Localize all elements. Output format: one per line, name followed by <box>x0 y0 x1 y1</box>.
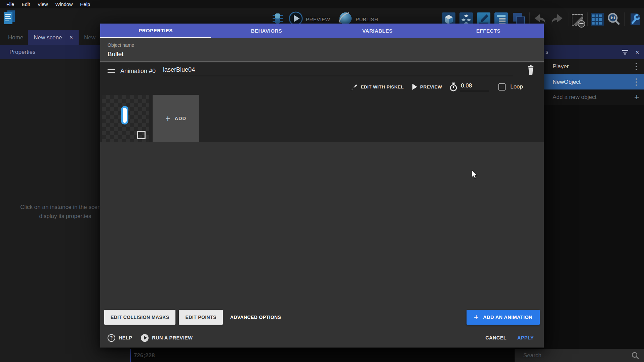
project-settings-wrench-icon[interactable] <box>628 12 642 26</box>
tab-home[interactable]: Home <box>3 30 28 45</box>
grid-icon[interactable] <box>591 13 604 26</box>
cursor-coordinates: 726;228 <box>134 352 155 359</box>
brush-icon <box>350 83 358 91</box>
dialog-tab-behaviors[interactable]: BEHAVIORS <box>211 24 322 38</box>
frame-thumbnail[interactable] <box>102 95 149 142</box>
dialog-tab-effects[interactable]: EFFECTS <box>433 24 544 38</box>
run-a-preview-button[interactable]: RUN A PREVIEW <box>141 334 193 342</box>
object-row-player[interactable]: Player <box>544 59 644 74</box>
plus-icon: + <box>165 114 170 123</box>
object-menu-icon[interactable] <box>633 77 639 86</box>
tab-next[interactable]: New <box>79 30 95 45</box>
menu-help[interactable]: Help <box>76 2 94 7</box>
stopwatch-icon <box>449 82 457 92</box>
menu-bar: File Edit View Window Help <box>0 0 644 8</box>
time-between-frames: 0.08 <box>449 82 489 92</box>
animation-title: Animation #0 <box>120 68 156 75</box>
objects-panel-header: s × <box>544 45 644 59</box>
publish-label: PUBLISH <box>356 16 378 22</box>
run-preview-icon <box>141 334 149 342</box>
advanced-options-button[interactable]: ADVANCED OPTIONS <box>226 315 285 320</box>
preview-animation-button[interactable]: PREVIEW <box>412 84 442 90</box>
play-icon <box>412 84 417 90</box>
plus-icon: + <box>474 313 479 322</box>
time-between-frames-input[interactable]: 0.08 <box>460 82 489 91</box>
object-row-newobject[interactable]: NewObject <box>544 74 644 89</box>
add-an-animation-button[interactable]: + ADD AN ANIMATION <box>467 310 540 325</box>
animation-section: Animation #0 laserBlue04 EDIT WITH PISKE… <box>100 63 544 142</box>
add-new-object-row[interactable]: Add a new object + <box>544 89 644 105</box>
drag-handle-icon[interactable] <box>108 68 115 75</box>
deselect-mask-icon[interactable] <box>572 14 583 26</box>
tab-close-icon[interactable]: × <box>69 34 73 41</box>
add-frame-button[interactable]: + ADD <box>153 95 199 142</box>
edit-with-piskel-button[interactable]: EDIT WITH PISKEL <box>350 83 404 91</box>
search-input[interactable] <box>515 352 631 359</box>
edit-points-button[interactable]: EDIT POINTS <box>179 310 223 325</box>
menu-window[interactable]: Window <box>52 2 77 7</box>
loop-label: Loop <box>510 83 523 90</box>
menu-file[interactable]: File <box>3 2 18 7</box>
menu-view[interactable]: View <box>34 2 51 7</box>
frame-select-checkbox[interactable] <box>137 131 146 139</box>
search-icon <box>631 352 639 360</box>
menu-edit[interactable]: Edit <box>18 2 34 7</box>
object-menu-icon[interactable] <box>633 62 639 71</box>
cancel-button[interactable]: CANCEL <box>485 335 507 340</box>
objects-panel-title: s <box>544 49 549 56</box>
dialog-footer: ? HELP RUN A PREVIEW CANCEL APPLY <box>108 332 534 344</box>
project-manager-icon[interactable] <box>3 10 17 26</box>
help-icon: ? <box>108 334 115 342</box>
svg-text:1:1: 1:1 <box>610 16 615 20</box>
panel-close-icon[interactable]: × <box>635 48 639 56</box>
dialog-tab-properties[interactable]: PROPERTIES <box>100 24 211 38</box>
filter-icon[interactable] <box>622 49 629 56</box>
redo-icon[interactable] <box>551 12 564 26</box>
preview-label: PREVIEW <box>306 16 330 22</box>
object-editor-dialog: PROPERTIES BEHAVIORS VARIABLES EFFECTS O… <box>100 24 544 348</box>
object-name-input[interactable]: Bullet <box>108 50 544 58</box>
dialog-action-row: EDIT COLLISION MASKS EDIT POINTS ADVANCE… <box>104 310 540 325</box>
dialog-tab-variables[interactable]: VARIABLES <box>322 24 433 38</box>
help-button[interactable]: ? HELP <box>108 334 132 342</box>
objects-panel: s × Player NewObject Add a new object + <box>544 45 644 349</box>
status-bar: 726;228 <box>129 349 515 362</box>
edit-collision-masks-button[interactable]: EDIT COLLISION MASKS <box>104 310 175 325</box>
object-name-label: Object name <box>108 42 544 48</box>
delete-animation-icon[interactable] <box>526 65 535 77</box>
objects-search-bar <box>515 349 644 362</box>
apply-button[interactable]: APPLY <box>517 335 534 340</box>
dialog-tab-bar: PROPERTIES BEHAVIORS VARIABLES EFFECTS <box>100 24 544 38</box>
loop-checkbox[interactable] <box>498 83 506 90</box>
add-object-plus-icon: + <box>634 92 639 102</box>
animation-name-input[interactable]: laserBlue04 <box>163 66 513 76</box>
laser-sprite-image <box>121 106 128 124</box>
object-name-section: Object name Bullet <box>100 38 544 62</box>
tab-new-scene[interactable]: New scene × <box>28 30 79 45</box>
zoom-1-1-icon[interactable]: 1:1 <box>607 12 620 26</box>
gdevelop-app: File Edit View Window Help <box>0 0 644 362</box>
